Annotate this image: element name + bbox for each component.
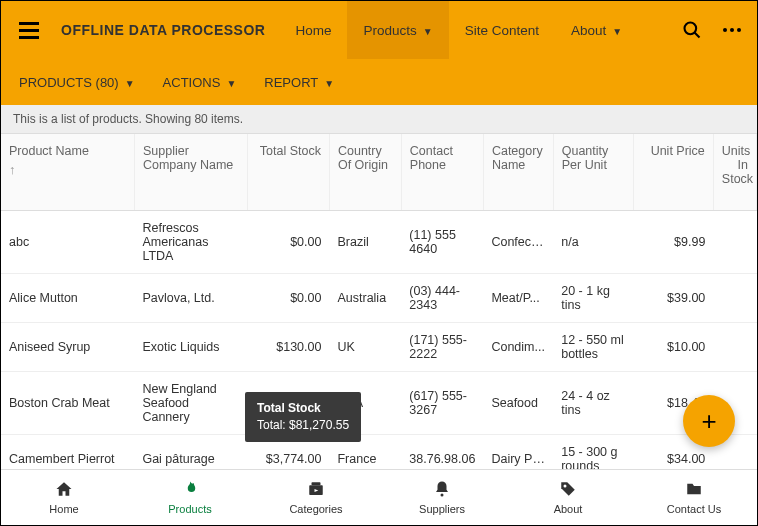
bell-icon (433, 480, 451, 501)
table-row[interactable]: Boston Crab MeatNew England Seafood Cann… (1, 372, 757, 435)
caret-down-icon: ▼ (324, 78, 334, 89)
tag-icon (559, 480, 577, 501)
top-bar: OFFLINE DATA PROCESSOR Home Products▼ Si… (1, 1, 757, 59)
bottomnav-contact[interactable]: Contact Us (631, 470, 757, 525)
folder-icon (684, 480, 704, 501)
more-icon[interactable] (717, 15, 747, 45)
sort-asc-icon: ↑ (9, 162, 126, 177)
cell-price: $39.00 (633, 274, 713, 323)
cell-total-stock: $0.00 (247, 274, 329, 323)
table-row[interactable]: Camembert PierrotGai pâturage$3,774.00Fr… (1, 435, 757, 472)
nav-site-content[interactable]: Site Content (449, 1, 555, 59)
subnav-actions[interactable]: ACTIONS▼ (163, 75, 237, 90)
bottomnav-about[interactable]: About (505, 470, 631, 525)
cell-price: $10.00 (633, 323, 713, 372)
col-unit-price[interactable]: Unit Price (633, 134, 713, 211)
cell-product-name: abc (1, 211, 134, 274)
nav-products[interactable]: Products▼ (347, 1, 448, 59)
svg-point-5 (441, 494, 444, 497)
fire-icon (181, 480, 199, 501)
cell-units (713, 323, 756, 372)
cell-supplier: Refrescos Americanas LTDA (134, 211, 247, 274)
cell-qty: 12 - 550 ml bottles (553, 323, 633, 372)
info-strip: This is a list of products. Showing 80 i… (1, 105, 757, 134)
bottomnav-home[interactable]: Home (1, 470, 127, 525)
col-qty[interactable]: Quantity Per Unit (553, 134, 633, 211)
cell-supplier: Exotic Liquids (134, 323, 247, 372)
cell-category: Meat/P... (483, 274, 553, 323)
table-row[interactable]: Aniseed SyrupExotic Liquids$130.00UK(171… (1, 323, 757, 372)
table-row[interactable]: abcRefrescos Americanas LTDA$0.00Brazil(… (1, 211, 757, 274)
cell-product-name: Alice Mutton (1, 274, 134, 323)
table-row[interactable]: Alice MuttonPavlova, Ltd.$0.00Australia(… (1, 274, 757, 323)
cell-qty: 20 - 1 kg tins (553, 274, 633, 323)
caret-down-icon: ▼ (226, 78, 236, 89)
subnav-report[interactable]: REPORT▼ (264, 75, 334, 90)
cell-phone: (11) 555 4640 (401, 211, 483, 274)
cell-phone: (617) 555-3267 (401, 372, 483, 435)
cell-total-stock: $0.00 (247, 211, 329, 274)
nav-items: Home Products▼ Site Content About▼ (279, 1, 638, 59)
tooltip: Total Stock Total: $81,270.55 (245, 392, 361, 442)
cell-category: Condim... (483, 323, 553, 372)
fab-add-button[interactable]: + (683, 395, 735, 447)
subnav-products[interactable]: PRODUCTS (80)▼ (19, 75, 135, 90)
bottomnav-categories[interactable]: Categories (253, 470, 379, 525)
hamburger-menu-icon[interactable] (19, 18, 43, 42)
cell-country: UK (329, 323, 401, 372)
svg-point-6 (564, 485, 567, 488)
table-wrap: Product Name↑ Supplier Company Name Tota… (1, 134, 757, 471)
cell-supplier: New England Seafood Cannery (134, 372, 247, 435)
cell-price: $9.99 (633, 211, 713, 274)
svg-line-1 (695, 33, 700, 38)
cell-product-name: Boston Crab Meat (1, 372, 134, 435)
cell-phone: (171) 555-2222 (401, 323, 483, 372)
col-phone[interactable]: Contact Phone (401, 134, 483, 211)
box-icon (306, 480, 326, 501)
cell-qty: n/a (553, 211, 633, 274)
nav-home[interactable]: Home (279, 1, 347, 59)
cell-supplier: Gai pâturage (134, 435, 247, 472)
search-icon[interactable] (677, 15, 707, 45)
cell-category: Seafood (483, 372, 553, 435)
caret-down-icon: ▼ (125, 78, 135, 89)
home-icon (54, 480, 74, 501)
cell-qty: 15 - 300 g rounds (553, 435, 633, 472)
plus-icon: + (701, 406, 716, 437)
col-product-name[interactable]: Product Name↑ (1, 134, 134, 211)
bottomnav-suppliers[interactable]: Suppliers (379, 470, 505, 525)
col-units-in-stock[interactable]: Units In Stock (713, 134, 756, 211)
col-total-stock[interactable]: Total Stock (247, 134, 329, 211)
products-table: Product Name↑ Supplier Company Name Tota… (1, 134, 757, 471)
cell-phone: 38.76.98.06 (401, 435, 483, 472)
tooltip-title: Total Stock (257, 400, 349, 417)
cell-phone: (03) 444-2343 (401, 274, 483, 323)
cell-units (713, 274, 756, 323)
sub-bar: PRODUCTS (80)▼ ACTIONS▼ REPORT▼ (1, 59, 757, 105)
cell-country: Brazil (329, 211, 401, 274)
cell-units (713, 211, 756, 274)
cell-qty: 24 - 4 oz tins (553, 372, 633, 435)
svg-point-0 (685, 23, 697, 35)
cell-supplier: Pavlova, Ltd. (134, 274, 247, 323)
cell-category: Dairy Products (483, 435, 553, 472)
col-supplier[interactable]: Supplier Company Name (134, 134, 247, 211)
caret-down-icon: ▼ (612, 26, 622, 37)
cell-product-name: Aniseed Syrup (1, 323, 134, 372)
table-header-row: Product Name↑ Supplier Company Name Tota… (1, 134, 757, 211)
bottomnav-products[interactable]: Products (127, 470, 253, 525)
app-title: OFFLINE DATA PROCESSOR (61, 22, 265, 38)
bottom-nav: Home Products Categories Suppliers About… (1, 469, 757, 525)
cell-total-stock: $130.00 (247, 323, 329, 372)
col-category[interactable]: Category Name (483, 134, 553, 211)
cell-product-name: Camembert Pierrot (1, 435, 134, 472)
cell-category: Confecti... (483, 211, 553, 274)
tooltip-body: Total: $81,270.55 (257, 417, 349, 434)
col-country[interactable]: Country Of Origin (329, 134, 401, 211)
nav-about[interactable]: About▼ (555, 1, 638, 59)
caret-down-icon: ▼ (423, 26, 433, 37)
svg-rect-3 (312, 482, 321, 485)
cell-country: Australia (329, 274, 401, 323)
